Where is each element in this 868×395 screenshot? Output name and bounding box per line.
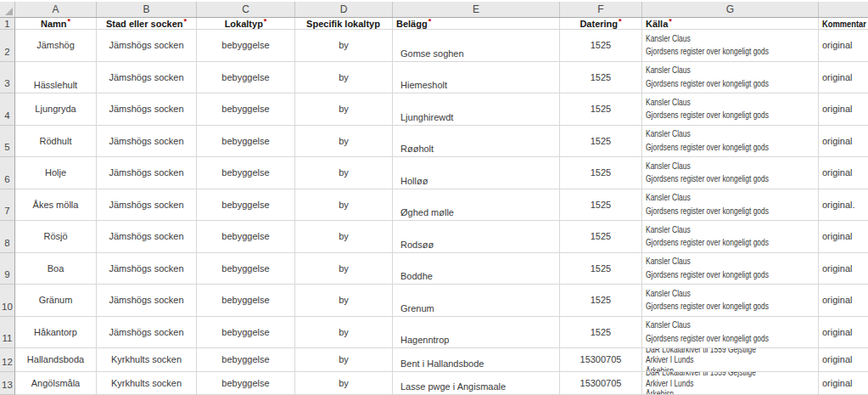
cell-lokaltyp[interactable]: bebyggelse xyxy=(197,221,295,253)
cell-specifik-lokaltyp[interactable]: by xyxy=(295,157,393,189)
column-letter-g[interactable]: G xyxy=(642,2,819,17)
cell-lokaltyp[interactable]: bebyggelse xyxy=(197,285,295,317)
header-cell-belagg[interactable]: Belägg* xyxy=(393,18,560,30)
column-letter-d[interactable]: D xyxy=(295,2,393,17)
row-number[interactable]: 6 xyxy=(0,157,15,189)
cell-datering[interactable]: 1525 xyxy=(560,93,642,126)
cell-specifik-lokaltyp[interactable]: by xyxy=(295,317,393,349)
cell-datering[interactable]: 1525 xyxy=(560,62,642,94)
cell-namn[interactable]: Angölsmåla xyxy=(15,372,97,395)
cell-specifik-lokaltyp[interactable]: by xyxy=(295,189,393,222)
cell-namn[interactable]: Jämshög xyxy=(15,30,97,62)
cell-datering[interactable]: 1525 xyxy=(560,126,642,158)
cell-stad-eller-socken[interactable]: Jämshögs socken xyxy=(97,93,197,126)
cell-datering[interactable]: 15300705 xyxy=(560,348,642,372)
cell-namn[interactable]: Boa xyxy=(15,253,97,285)
cell-datering[interactable]: 1525 xyxy=(560,317,642,349)
cell-lokaltyp[interactable]: bebyggelse xyxy=(197,253,295,285)
cell-datering[interactable]: 1525 xyxy=(560,30,642,62)
column-letter-h[interactable] xyxy=(819,2,868,17)
header-cell-stad-eller-socken[interactable]: Stad eller socken* xyxy=(97,18,197,30)
cell-specifik-lokaltyp[interactable]: by xyxy=(295,253,393,285)
cell-belagg[interactable]: Holløø xyxy=(393,157,560,189)
cell-belagg[interactable]: Lasse pwge i Angismaale xyxy=(393,372,560,395)
column-letter-b[interactable]: B xyxy=(97,2,197,17)
row-number[interactable]: 2 xyxy=(0,30,15,62)
cell-datering[interactable]: 1525 xyxy=(560,221,642,253)
row-number[interactable]: 13 xyxy=(0,372,15,395)
cell-kalla[interactable]: DaR Lokalarkiver til 1559 Gejstlige Arki… xyxy=(642,372,819,395)
row-number[interactable]: 11 xyxy=(0,317,15,349)
cell-kalla[interactable]: DaR Danske Kancelli B46B 1481 -1571, Kan… xyxy=(642,62,819,94)
header-cell-datering[interactable]: Datering* xyxy=(560,18,642,30)
header-cell-specifik-lokaltyp[interactable]: Specifik lokaltyp xyxy=(295,18,393,30)
column-letter-e[interactable]: E xyxy=(393,2,560,17)
cell-namn[interactable]: Håkantorp xyxy=(15,317,97,349)
cell-namn[interactable]: Hässlehult xyxy=(15,62,97,94)
cell-lokaltyp[interactable]: bebyggelse xyxy=(197,348,295,372)
cell-belagg[interactable]: Øghed mølle xyxy=(393,189,560,222)
cell-namn[interactable]: Åkes mölla xyxy=(15,189,97,222)
cell-specifik-lokaltyp[interactable]: by xyxy=(295,126,393,158)
cell-lokaltyp[interactable]: bebyggelse xyxy=(197,189,295,222)
row-number[interactable]: 4 xyxy=(0,93,15,126)
cell-stad-eller-socken[interactable]: Kyrkhults socken xyxy=(97,372,197,395)
cell-belagg[interactable]: Hagenntrop xyxy=(393,317,560,349)
column-letter-a[interactable]: A xyxy=(15,2,97,17)
cell-specifik-lokaltyp[interactable]: by xyxy=(295,221,393,253)
cell-stad-eller-socken[interactable]: Kyrkhults socken xyxy=(97,348,197,372)
column-letter-f[interactable]: F xyxy=(560,2,642,17)
cell-lokaltyp[interactable]: bebyggelse xyxy=(197,93,295,126)
cell-belagg[interactable]: Ljunghirewdt xyxy=(393,93,560,126)
cell-kalla[interactable]: DaR Danske Kancelli B46B 1481 -1571, Kan… xyxy=(642,30,819,62)
cell-kalla[interactable]: DaR Danske Kancelli B46B 1481 -1571, Kan… xyxy=(642,253,819,285)
cell-kommentar[interactable]: original xyxy=(819,30,868,62)
cell-lokaltyp[interactable]: bebyggelse xyxy=(197,317,295,349)
cell-kalla[interactable]: DaR Danske Kancelli B46B 1481 -1571, Kan… xyxy=(642,126,819,158)
cell-datering[interactable]: 15300705 xyxy=(560,372,642,395)
row-number[interactable]: 7 xyxy=(0,189,15,222)
cell-datering[interactable]: 1525 xyxy=(560,157,642,189)
cell-kalla[interactable]: DaR Danske Kancelli B46B 1481 -1571, Kan… xyxy=(642,317,819,349)
row-number[interactable]: 8 xyxy=(0,221,15,253)
cell-kommentar[interactable]: original xyxy=(819,348,868,372)
row-number[interactable]: 5 xyxy=(0,126,15,158)
cell-datering[interactable]: 1525 xyxy=(560,253,642,285)
cell-stad-eller-socken[interactable]: Jämshögs socken xyxy=(97,317,197,349)
header-cell-namn[interactable]: Namn* xyxy=(15,18,97,30)
cell-kalla[interactable]: DaR Danske Kancelli B46B 1481 -1571, Kan… xyxy=(642,221,819,253)
cell-specifik-lokaltyp[interactable]: by xyxy=(295,62,393,94)
cell-namn[interactable]: Rösjö xyxy=(15,221,97,253)
cell-stad-eller-socken[interactable]: Jämshögs socken xyxy=(97,253,197,285)
cell-stad-eller-socken[interactable]: Jämshögs socken xyxy=(97,285,197,317)
row-number[interactable]: 1 xyxy=(0,18,15,30)
cell-kommentar[interactable]: original xyxy=(819,93,868,126)
cell-specifik-lokaltyp[interactable]: by xyxy=(295,93,393,126)
cell-lokaltyp[interactable]: bebyggelse xyxy=(197,30,295,62)
cell-stad-eller-socken[interactable]: Jämshögs socken xyxy=(97,221,197,253)
cell-belagg[interactable]: Bent i Hallandsbode xyxy=(393,348,560,372)
cell-lokaltyp[interactable]: bebyggelse xyxy=(197,126,295,158)
cell-namn[interactable]: Ljungryda xyxy=(15,93,97,126)
cell-kommentar[interactable]: original. xyxy=(819,189,868,222)
cell-belagg[interactable]: Rodsøø xyxy=(393,221,560,253)
cell-kommentar[interactable]: original xyxy=(819,157,868,189)
cell-kalla[interactable]: DaR Lokalarkiver til 1559 Gejstlige Arki… xyxy=(642,348,819,372)
cell-belagg[interactable]: Grenum xyxy=(393,285,560,317)
cell-lokaltyp[interactable]: bebyggelse xyxy=(197,157,295,189)
cell-stad-eller-socken[interactable]: Jämshögs socken xyxy=(97,62,197,94)
cell-specifik-lokaltyp[interactable]: by xyxy=(295,372,393,395)
cell-stad-eller-socken[interactable]: Jämshögs socken xyxy=(97,189,197,222)
cell-kommentar[interactable]: original xyxy=(819,126,868,158)
row-number[interactable]: 10 xyxy=(0,285,15,317)
cell-kalla[interactable]: DaR Danske Kancelli B46B 1481 -1571, Kan… xyxy=(642,285,819,317)
cell-kommentar[interactable]: original xyxy=(819,317,868,349)
cell-specifik-lokaltyp[interactable]: by xyxy=(295,285,393,317)
select-all-corner[interactable] xyxy=(0,2,15,17)
cell-stad-eller-socken[interactable]: Jämshögs socken xyxy=(97,126,197,158)
cell-kommentar[interactable]: original xyxy=(819,253,868,285)
cell-specifik-lokaltyp[interactable]: by xyxy=(295,30,393,62)
cell-kommentar[interactable]: original xyxy=(819,221,868,253)
cell-namn[interactable]: Holje xyxy=(15,157,97,189)
cell-kalla[interactable]: DaR Danske Kancelli B46B 1481 -1571, Kan… xyxy=(642,189,819,222)
